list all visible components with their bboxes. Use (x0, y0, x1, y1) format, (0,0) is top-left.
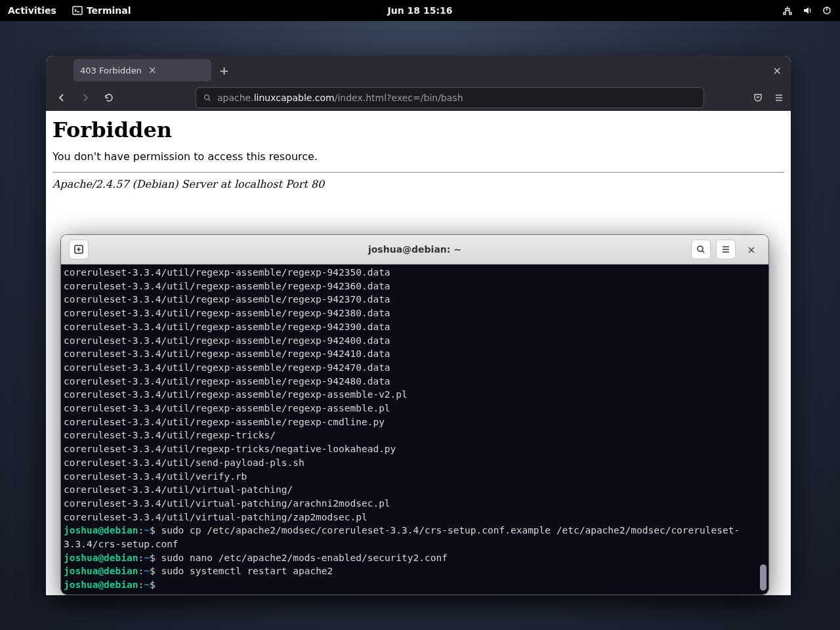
network-icon[interactable] (782, 5, 793, 16)
new-tab-terminal-button[interactable] (69, 240, 89, 259)
window-close-icon[interactable]: × (773, 64, 782, 77)
url-host: linuxcapable.com (254, 93, 335, 103)
back-button[interactable] (52, 89, 71, 107)
power-icon[interactable] (822, 5, 832, 16)
svg-rect-0 (73, 7, 82, 14)
page-divider (52, 172, 784, 173)
tab-title: 403 Forbidden (80, 66, 142, 75)
gnome-top-bar: Activities Terminal Jun 18 15:16 (0, 0, 840, 21)
terminal-scrollbar[interactable] (759, 264, 767, 595)
terminal-menu-button[interactable] (716, 240, 736, 259)
tab-strip: 403 Forbidden × + × (46, 56, 791, 85)
new-tab-button[interactable]: + (219, 64, 229, 77)
url-bar[interactable]: apache.linuxcapable.com/index.html?exec=… (196, 87, 704, 108)
page-content: Forbidden You don't have permission to a… (46, 111, 791, 197)
topbar-clock[interactable]: Jun 18 15:16 (388, 5, 453, 16)
server-signature: Apache/2.4.57 (Debian) Server at localho… (52, 178, 784, 190)
terminal-search-button[interactable] (691, 240, 711, 259)
topbar-app-indicator[interactable]: Terminal (72, 5, 131, 16)
volume-icon[interactable] (802, 5, 812, 16)
url-rest: /index.html?exec=/bin/bash (335, 93, 463, 103)
activities-button[interactable]: Activities (8, 5, 56, 16)
terminal-icon (72, 5, 83, 16)
hamburger-menu-icon[interactable] (774, 93, 784, 103)
terminal-close-button[interactable]: × (741, 243, 762, 256)
page-message: You don't have permission to access this… (52, 150, 784, 163)
url-pre: apache. (217, 93, 254, 103)
browser-toolbar: apache.linuxcapable.com/index.html?exec=… (46, 85, 791, 111)
svg-point-2 (205, 95, 209, 100)
terminal-window: joshua@debian: ~ × coreruleset-3.3.4/uti… (60, 234, 769, 595)
terminal-body[interactable]: coreruleset-3.3.4/util/regexp-assemble/r… (61, 264, 768, 595)
pocket-icon[interactable] (753, 93, 763, 103)
reload-button[interactable] (100, 89, 118, 107)
search-icon (203, 93, 212, 102)
svg-point-4 (698, 246, 703, 251)
terminal-title: joshua@debian: ~ (368, 244, 461, 255)
page-heading: Forbidden (52, 117, 784, 142)
tab-close-icon[interactable]: × (148, 64, 157, 76)
browser-chrome: 403 Forbidden × + × apache.linuxcapable.… (46, 56, 791, 111)
terminal-header: joshua@debian: ~ × (61, 235, 768, 264)
browser-tab[interactable]: 403 Forbidden × (74, 59, 211, 81)
topbar-app-label: Terminal (87, 5, 131, 16)
forward-button[interactable] (76, 89, 94, 107)
